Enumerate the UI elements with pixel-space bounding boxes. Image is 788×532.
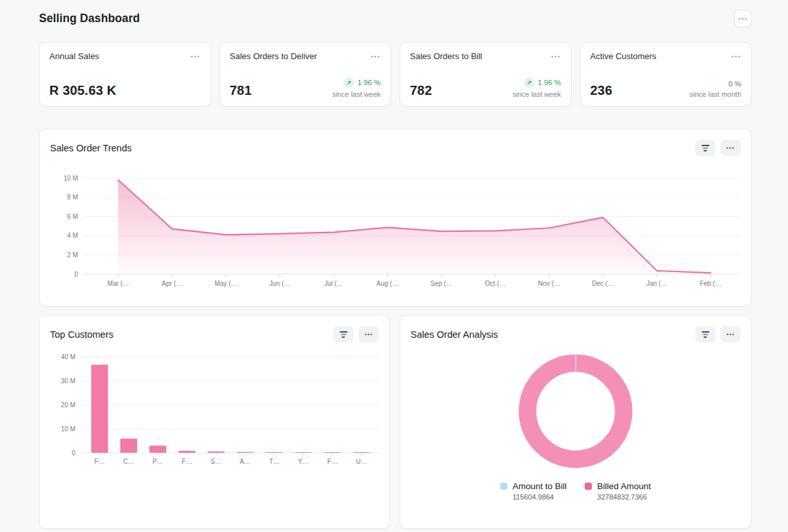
filter-button[interactable] [333, 326, 353, 342]
card-label: Annual Sales [49, 51, 99, 61]
legend-swatch-pink [585, 483, 592, 490]
card-label: Sales Orders to Deliver [230, 51, 317, 61]
filter-icon [702, 331, 709, 338]
card-label: Sales Orders to Bill [410, 51, 482, 61]
bottom-charts-row: Top Customers ⋯ 010 M20 M30 M40 MF…C…P…F… [39, 315, 752, 529]
filter-icon [702, 145, 709, 151]
legend-item-amount-to-bill[interactable]: Amount to Bill 115604.9864 [500, 481, 566, 501]
svg-text:May (…: May (… [214, 280, 237, 287]
chart-menu-button[interactable]: ⋯ [720, 140, 741, 156]
svg-text:Jul (…: Jul (… [324, 280, 343, 287]
top-customers-card: Top Customers ⋯ 010 M20 M30 M40 MF…C…P…F… [39, 315, 390, 529]
svg-text:S…: S… [210, 458, 222, 465]
svg-text:2 M: 2 M [67, 251, 78, 259]
change-period: since last week [513, 90, 561, 98]
svg-text:30 M: 30 M [61, 377, 75, 385]
top-customers-bar-chart[interactable]: 010 M20 M30 M40 MF…C…P…F…S…A…T…Y…F…U… [50, 349, 379, 468]
ellipsis-icon: ⋯ [726, 144, 735, 152]
dashboard-menu-button[interactable]: ⋯ [734, 10, 752, 27]
svg-text:Oct (…: Oct (… [485, 280, 506, 287]
chart-title: Sales Order Analysis [411, 329, 498, 340]
svg-text:Jun (…: Jun (… [270, 280, 290, 287]
ellipsis-icon: ⋯ [738, 14, 748, 23]
number-card-sales-orders-to-bill[interactable]: Sales Orders to Bill ⋯ 782 ↗ 1.96 % sinc… [400, 42, 572, 107]
ellipsis-icon[interactable]: ⋯ [190, 51, 201, 61]
number-card-annual-sales[interactable]: Annual Sales ⋯ R 305.63 K [39, 42, 211, 107]
svg-text:0: 0 [71, 450, 75, 457]
sales-order-trends-line-chart[interactable]: 02 M4 M6 M8 M10 MMar (…Apr (…May (…Jun (… [50, 162, 741, 295]
sales-order-analysis-card: Sales Order Analysis ⋯ Amount to Bill [400, 315, 752, 529]
svg-text:U…: U… [356, 458, 367, 465]
svg-text:F…: F… [327, 458, 338, 465]
legend-item-billed-amount[interactable]: Billed Amount 32784832.7366 [585, 481, 651, 501]
ellipsis-icon[interactable]: ⋯ [370, 51, 381, 61]
page-header: Selling Dashboard ⋯ [39, 8, 752, 28]
trend-up-icon: ↗ [344, 77, 354, 88]
svg-text:0: 0 [74, 271, 78, 278]
number-card-active-customers[interactable]: Active Customers ⋯ 236 0 % since last mo… [580, 42, 752, 107]
chart-menu-button[interactable]: ⋯ [720, 326, 741, 342]
svg-text:Sep (…: Sep (… [431, 280, 453, 287]
filter-button[interactable] [695, 140, 715, 156]
svg-text:10 M: 10 M [61, 425, 75, 433]
svg-text:6 M: 6 M [67, 213, 78, 220]
dashboard-page: Selling Dashboard ⋯ Annual Sales ⋯ R 305… [0, 0, 788, 529]
svg-text:Jan (…: Jan (… [646, 280, 667, 287]
chart-title: Sales Order Trends [50, 143, 132, 153]
chart-legend: Amount to Bill 115604.9864 Billed Amount… [411, 481, 741, 501]
svg-text:Aug (…: Aug (… [377, 280, 399, 287]
change-percent: ↗ 1.96 % [332, 77, 381, 88]
card-label: Active Customers [591, 51, 657, 61]
card-value: 781 [230, 83, 252, 98]
filter-button[interactable] [695, 326, 715, 342]
change-period: since last week [332, 90, 381, 98]
svg-text:4 M: 4 M [67, 232, 78, 239]
sales-order-analysis-donut-chart[interactable] [411, 353, 741, 470]
svg-text:Mar (…: Mar (… [107, 280, 129, 287]
svg-text:20 M: 20 M [61, 401, 75, 409]
chart-menu-button[interactable]: ⋯ [359, 326, 379, 342]
svg-text:T…: T… [269, 458, 279, 465]
ellipsis-icon: ⋯ [726, 330, 735, 338]
svg-text:10 M: 10 M [64, 175, 78, 182]
svg-text:Feb (…: Feb (… [700, 280, 721, 287]
filter-icon [340, 331, 348, 338]
number-cards-row: Annual Sales ⋯ R 305.63 K Sales Orders t… [39, 42, 752, 107]
svg-text:A…: A… [240, 458, 251, 465]
page-title: Selling Dashboard [39, 12, 140, 25]
svg-text:Dec (…: Dec (… [592, 280, 614, 287]
svg-text:40 M: 40 M [61, 353, 75, 361]
svg-text:C…: C… [123, 458, 134, 465]
trend-up-icon: ↗ [524, 77, 535, 88]
legend-swatch-blue [500, 483, 507, 490]
svg-text:P…: P… [153, 458, 164, 465]
card-value: 236 [591, 83, 613, 98]
change-percent: 0 % [690, 80, 741, 88]
svg-text:Apr (…: Apr (… [162, 280, 183, 287]
legend-value: 32784832.7366 [597, 493, 651, 501]
chart-title: Top Customers [50, 329, 114, 340]
number-card-sales-orders-to-deliver[interactable]: Sales Orders to Deliver ⋯ 781 ↗ 1.96 % s… [220, 42, 392, 107]
svg-text:Nov (…: Nov (… [538, 280, 560, 287]
card-value: R 305.63 K [49, 83, 116, 98]
sales-order-trends-card: Sales Order Trends ⋯ 02 M4 M6 M8 M10 MMa… [39, 129, 752, 307]
ellipsis-icon[interactable]: ⋯ [551, 51, 561, 61]
change-period: since last month [690, 90, 741, 98]
ellipsis-icon: ⋯ [364, 330, 374, 338]
svg-text:F…: F… [94, 458, 105, 465]
svg-text:8 M: 8 M [67, 194, 78, 201]
svg-text:Y…: Y… [298, 458, 309, 465]
ellipsis-icon[interactable]: ⋯ [731, 51, 741, 61]
change-percent: ↗ 1.96 % [513, 77, 561, 88]
legend-value: 115604.9864 [513, 493, 566, 501]
svg-text:F…: F… [182, 458, 192, 465]
card-value: 782 [410, 83, 432, 98]
